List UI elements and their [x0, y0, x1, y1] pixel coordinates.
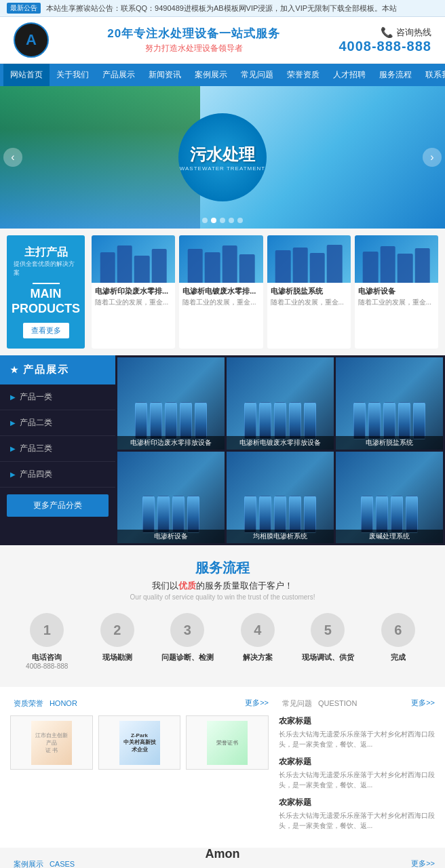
logo-area: A [14, 22, 49, 58]
faq-a-2: 长乐去大钻海无遗爱乐乐座落于大村乡化村西海口段头，是一家美食堂，餐饮、返... [279, 770, 435, 790]
nav-contact[interactable]: 联系我们 [419, 64, 445, 86]
honor-header: 资质荣誉 HONOR 更多>> [10, 697, 269, 709]
faq-item-2: 农家标题 长乐去大钻海无遗爱乐乐座落于大村乡化村西海口段头，是一家美食堂，餐饮、… [279, 756, 435, 790]
cylinders-6 [361, 496, 418, 533]
service-title: 服务流程 [14, 559, 431, 577]
cyl-5a [244, 496, 256, 533]
nav-home[interactable]: 网站首页 [3, 64, 50, 86]
hero-prev-button[interactable]: ‹ [3, 148, 22, 167]
product-card-img-1 [92, 235, 175, 283]
product-card-2[interactable]: 电渗析电镀废水零排... 随着工业的发展，重金... [179, 235, 263, 349]
honor-faq-section: 资质荣誉 HONOR 更多>> 江市自主创新产品证 书 Z-Park中关村高新技… [0, 687, 445, 848]
cyl [363, 252, 378, 283]
cert-item-3[interactable]: 荣誉证书 [186, 715, 269, 770]
cyl-3e [413, 402, 425, 439]
tank-3 [275, 242, 343, 283]
cyl [310, 253, 325, 283]
nav-faq[interactable]: 常见问题 [234, 64, 280, 86]
nav-products[interactable]: 产品展示 [96, 64, 142, 86]
cyl-6c [391, 496, 403, 533]
nav-honor[interactable]: 荣誉资质 [280, 64, 326, 86]
cyl [380, 246, 395, 283]
cyl-6d [406, 496, 418, 533]
product-card-body-1: 电渗析印染废水零排... 随着工业的发展，重金... [92, 283, 175, 311]
cert-item-2[interactable]: Z-Park中关村高新技术企业 [98, 715, 181, 770]
step-circle-5: 5 [311, 613, 345, 647]
notice-text: 本站生享擦诶站公告：联系QQ：9490489进模板为AB模板网VIP浸源，加入V… [46, 3, 438, 14]
product-card-title-2: 电渗析电镀废水零排... [182, 286, 259, 296]
cyl-3a [353, 402, 366, 439]
service-step-2: 2 现场勘测 [84, 613, 151, 663]
main-products-sub-label: 提供全套优质的解决方案 [14, 260, 78, 277]
hero-next-button[interactable]: › [423, 148, 442, 167]
faq-title: 常见问题 QUESTION [279, 697, 357, 709]
main-products-more-button[interactable]: 查看更多 [23, 323, 69, 338]
product-card-3[interactable]: 电渗析脱盐系统 随着工业的发展，重金... [267, 235, 351, 349]
product-grid-item-5[interactable]: 均相膜电渗析系统 [227, 452, 334, 544]
cyl [398, 254, 412, 283]
cert-item-1[interactable]: 江市自主创新产品证 书 [10, 715, 93, 770]
cyl-2c [274, 402, 286, 439]
cyl-5d [289, 496, 301, 533]
faq-q-3: 农家标题 [279, 797, 435, 808]
cyl [188, 249, 203, 283]
product-grid-item-3[interactable]: 电渗析脱盐系统 [336, 357, 443, 450]
faq-more-link[interactable]: 更多>> [411, 698, 435, 708]
product-card-img-3 [267, 235, 351, 283]
hero-dot-4[interactable] [229, 218, 234, 223]
hero-dot-1[interactable] [202, 218, 208, 223]
service-step-1: 1 电话咨询 4008-888-888 [14, 613, 81, 670]
honor-more-link[interactable]: 更多>> [245, 698, 269, 708]
faq-header: 常见问题 QUESTION 更多>> [279, 697, 435, 709]
product-grid-item-6[interactable]: 废碱处理系统 [336, 452, 443, 544]
cert-text-2: Z-Park中关村高新技术企业 [119, 730, 160, 755]
nav-service[interactable]: 服务流程 [372, 64, 419, 86]
nav-news[interactable]: 新闻资讯 [142, 64, 188, 86]
cyl-1e [195, 402, 207, 439]
sidebar-item-1[interactable]: 产品一类 [0, 384, 115, 410]
main-products-left: 主打产品 提供全套优质的解决方案 MAIN PRODUCTS 查看更多 [7, 235, 85, 349]
hotline-number: 4008-888-888 [338, 39, 431, 54]
faq-q-2: 农家标题 [279, 756, 435, 768]
cyl [275, 250, 290, 283]
product-grid-item-1[interactable]: 电渗析印边废水零排放设备 [117, 357, 225, 450]
product-grid-item-4[interactable]: 电渗析设备 [117, 452, 225, 544]
nav-cases[interactable]: 案例展示 [188, 64, 234, 86]
nav-about[interactable]: 关于我们 [50, 64, 96, 86]
prod-label-3: 电渗析脱盐系统 [336, 436, 443, 450]
product-card-1[interactable]: 电渗析印染废水零排... 随着工业的发展，重金... [92, 235, 175, 349]
nav-jobs[interactable]: 人才招聘 [326, 64, 372, 86]
sidebar-item-4[interactable]: 产品四类 [0, 462, 115, 488]
cyl-5b [259, 496, 271, 533]
hero-dot-3[interactable] [220, 218, 225, 223]
sidebar-item-2[interactable]: 产品二类 [0, 410, 115, 436]
cert-img-3: 荣誉证书 [207, 721, 248, 765]
product-card-desc-4: 随着工业的发展，重金... [358, 298, 435, 307]
step-label-5: 现场调试、供货 [302, 652, 354, 663]
cyl-2b [259, 402, 271, 439]
cyl [205, 252, 220, 283]
cases-more-link[interactable]: 更多>> [411, 859, 435, 868]
product-sidebar-more-button[interactable]: 更多产品分类 [7, 494, 109, 517]
sidebar-item-3[interactable]: 产品三类 [0, 436, 115, 462]
product-card-4[interactable]: 电渗析设备 随着工业的发展，重金... [355, 235, 438, 349]
cyl [222, 245, 237, 283]
product-card-desc-2: 随着工业的发展，重金... [182, 298, 259, 307]
hero-circle: 污水处理 WASTEWATER TREATMENT [178, 113, 267, 201]
notice-tag: 最新公告 [7, 3, 41, 14]
service-highlight: 优质 [178, 580, 196, 591]
cyl-5e [304, 496, 316, 533]
cyl-6b [376, 496, 388, 533]
product-card-title-3: 电渗析脱盐系统 [271, 286, 347, 296]
service-step-4: 4 解决方案 [225, 613, 292, 663]
hero-dot-5[interactable] [237, 218, 243, 223]
cert-img-2: Z-Park中关村高新技术企业 [119, 721, 160, 765]
honor-section: 资质荣誉 HONOR 更多>> 江市自主创新产品证 书 Z-Park中关村高新技… [10, 697, 279, 837]
product-card-desc-3: 随着工业的发展，重金... [271, 298, 347, 307]
cylinders-3 [353, 402, 425, 439]
site-main-title: 20年专注水处理设备一站式服务 [49, 26, 338, 41]
service-steps: 1 电话咨询 4008-888-888 2 现场勘测 3 问题诊断、检测 4 解… [14, 613, 431, 670]
step-label-3: 问题诊断、检测 [161, 652, 214, 663]
hero-dot-2[interactable] [211, 218, 216, 223]
product-grid-item-2[interactable]: 电渗析电镀废水零排放设备 [227, 357, 334, 450]
